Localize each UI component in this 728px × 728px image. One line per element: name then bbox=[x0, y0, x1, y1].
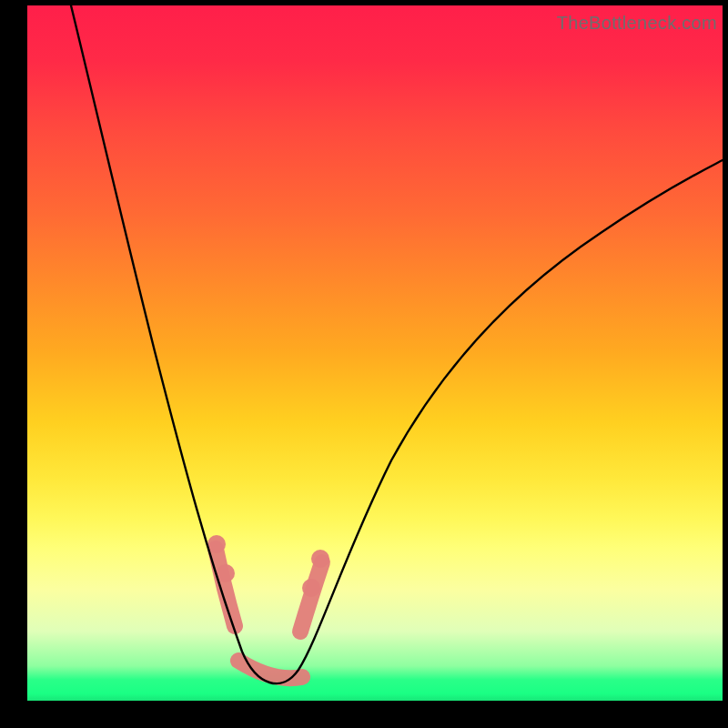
highlight-dot-2 bbox=[217, 564, 235, 582]
bottleneck-curve-svg bbox=[27, 5, 723, 701]
highlight-dot-1 bbox=[207, 535, 226, 553]
plot-area: TheBottleneck.com bbox=[27, 5, 723, 701]
highlight-segment-left bbox=[216, 549, 235, 626]
highlight-dot-4 bbox=[311, 550, 329, 568]
bottleneck-curve-path bbox=[71, 5, 723, 683]
highlight-dot-3 bbox=[302, 579, 320, 597]
chart-frame: TheBottleneck.com bbox=[0, 0, 728, 728]
